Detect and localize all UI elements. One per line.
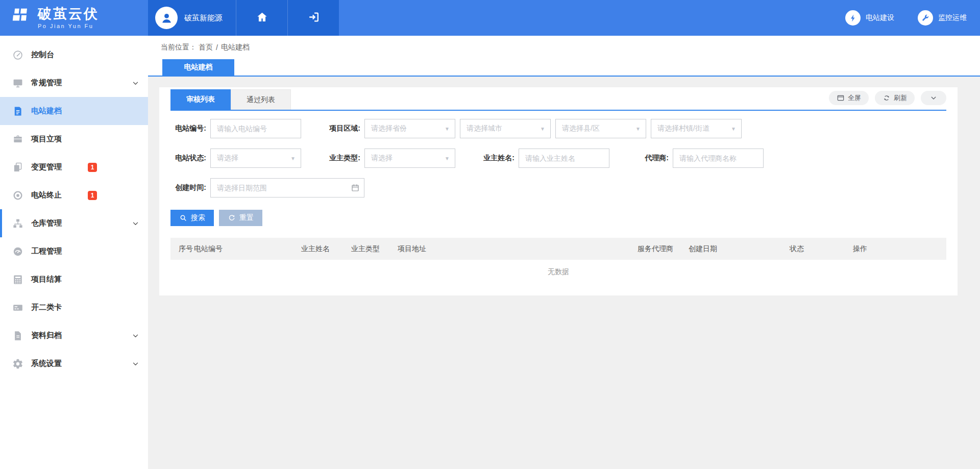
user-name: 破茧新能源 (184, 13, 223, 23)
sidebar-item-label: 仓库管理 (31, 218, 62, 228)
text-input[interactable] (211, 119, 301, 138)
top-header: 破茧云伏 Po Jian Yun Fu 破茧新能源 电站建设监控运维 (0, 0, 980, 36)
select-field[interactable]: 请选择县/区▼ (555, 119, 646, 138)
breadcrumb: 当前位置： 首页 / 电站建档 (148, 36, 980, 59)
sidebar-item-仓库管理[interactable]: 仓库管理 (0, 209, 148, 237)
search-label: 搜索 (191, 213, 205, 223)
sidebar-item-控制台[interactable]: 控制台 (0, 41, 148, 69)
dropdown-arrow-icon: ▼ (445, 126, 450, 132)
window-icon (837, 94, 845, 102)
search-icon (179, 214, 187, 222)
text-field[interactable] (673, 149, 764, 168)
sidebar-item-开二类卡[interactable]: 开二类卡 (0, 293, 148, 322)
column-header-序号: 序号 (170, 244, 194, 254)
sidebar-item-label: 变更管理 (31, 162, 62, 172)
sidebar-item-label: 资料归档 (31, 331, 62, 340)
search-button[interactable]: 搜索 (170, 210, 214, 226)
column-header-项目地址: 项目地址 (398, 244, 638, 254)
dropdown-arrow-icon: ▼ (540, 126, 545, 132)
form-row: 电站编号:项目区域:请选择省份▼请选择城市▼请选择县/区▼请选择村镇/街道▼ (170, 119, 946, 138)
header-actions: 电站建设监控运维 (339, 0, 980, 36)
select-field[interactable]: 请选择省份▼ (364, 119, 455, 138)
brand-logo-icon (7, 4, 34, 32)
select-field[interactable]: 请选择▼ (364, 149, 455, 168)
header-action-monitor-ops[interactable]: 监控运维 (918, 10, 967, 26)
sidebar-item-工程管理[interactable]: 工程管理 (0, 237, 148, 265)
select-field[interactable]: 请选择村镇/街道▼ (651, 119, 742, 138)
home-icon (256, 11, 268, 26)
collapse-button[interactable] (921, 91, 946, 105)
sidebar-item-label: 项目结算 (31, 275, 62, 284)
sidebar-item-项目结算[interactable]: 项目结算 (0, 265, 148, 293)
sidebar-item-系统设置[interactable]: 系统设置 (0, 350, 148, 378)
column-header-操作: 操作 (853, 244, 946, 254)
select-field[interactable]: 请选择城市▼ (460, 119, 551, 138)
text-field[interactable] (210, 119, 301, 138)
monitor-icon (12, 78, 23, 89)
avatar (155, 7, 178, 29)
field-label: 代理商: (633, 154, 669, 163)
tab-通过列表[interactable]: 通过列表 (231, 89, 291, 110)
gear-icon (12, 358, 23, 369)
field-label: 电站编号: (170, 124, 206, 133)
form-actions: 搜索 重置 (170, 210, 946, 226)
sidebar-item-资料归档[interactable]: 资料归档 (0, 322, 148, 350)
brand-subtitle: Po Jian Yun Fu (38, 23, 99, 29)
sidebar-item-label: 工程管理 (31, 246, 62, 256)
table-header: 序号电站编号业主姓名业主类型项目地址服务代理商创建日期状态操作 (170, 238, 946, 260)
sidebar-item-常规管理[interactable]: 常规管理 (0, 69, 148, 97)
content: 审核列表通过列表 全屏 刷新 (148, 77, 980, 295)
column-header-业主姓名: 业主姓名 (301, 244, 351, 254)
panel: 审核列表通过列表 全屏 刷新 (159, 87, 958, 295)
refresh-icon (883, 94, 891, 102)
brand-title: 破茧云伏 (38, 7, 99, 21)
signin-button[interactable] (287, 0, 339, 36)
sidebar-item-label: 电站终止 (31, 190, 62, 200)
fullscreen-label: 全屏 (848, 93, 861, 103)
header-action-station-build[interactable]: 电站建设 (845, 10, 894, 26)
sidebar-item-项目立项[interactable]: 项目立项 (0, 125, 148, 153)
field-label: 业主类型: (325, 154, 360, 163)
archive-icon (12, 330, 23, 341)
column-header-服务代理商: 服务代理商 (638, 244, 689, 254)
user-chip[interactable]: 破茧新能源 (148, 0, 236, 36)
sidebar-item-变更管理[interactable]: 变更管理1 (0, 153, 148, 181)
chevron-down-icon (930, 94, 937, 102)
field-label: 项目区域: (325, 124, 360, 133)
sidebar-item-电站建档[interactable]: 电站建档 (0, 97, 148, 125)
chevron-down-icon (132, 220, 139, 227)
sidebar: 控制台常规管理电站建档项目立项变更管理1电站终止1仓库管理工程管理项目结算开二类… (0, 36, 148, 469)
select-placeholder: 请选择 (365, 154, 445, 163)
select-placeholder: 请选择省份 (365, 124, 445, 133)
pages-icon (12, 162, 23, 173)
chevron-down-icon (132, 332, 139, 339)
text-input[interactable] (673, 149, 763, 167)
sidebar-item-label: 控制台 (31, 50, 54, 60)
select-placeholder: 请选择 (211, 154, 290, 163)
sidebar-item-label: 开二类卡 (31, 303, 62, 312)
sidebar-item-电站终止[interactable]: 电站终止1 (0, 181, 148, 209)
text-field[interactable] (519, 149, 609, 168)
column-header-业主类型: 业主类型 (351, 244, 398, 254)
home-button[interactable] (236, 0, 287, 36)
date-range-field[interactable] (210, 178, 364, 198)
chevron-down-icon (132, 360, 139, 367)
sitemap-icon (12, 218, 23, 229)
select-field[interactable]: 请选择▼ (210, 149, 301, 168)
date-input[interactable] (211, 179, 364, 197)
page-tab-station-filing[interactable]: 电站建档 (162, 59, 234, 76)
record-icon (12, 190, 23, 201)
header-action-label: 电站建设 (866, 13, 894, 22)
select-placeholder: 请选择村镇/街道 (651, 124, 731, 133)
search-form: 电站编号:项目区域:请选择省份▼请选择城市▼请选择县/区▼请选择村镇/街道▼电站… (170, 119, 946, 198)
page-tab-bar: 电站建档 (148, 59, 980, 77)
dashboard-icon (12, 50, 23, 61)
fullscreen-button[interactable]: 全屏 (829, 91, 869, 105)
header-action-label: 监控运维 (938, 13, 967, 22)
tab-审核列表[interactable]: 审核列表 (170, 89, 231, 110)
panel-tabs-row: 审核列表通过列表 全屏 刷新 (170, 89, 946, 111)
text-input[interactable] (519, 149, 609, 167)
breadcrumb-home-link[interactable]: 首页 (199, 43, 213, 52)
reset-button[interactable]: 重置 (219, 210, 262, 226)
refresh-button[interactable]: 刷新 (875, 91, 915, 105)
